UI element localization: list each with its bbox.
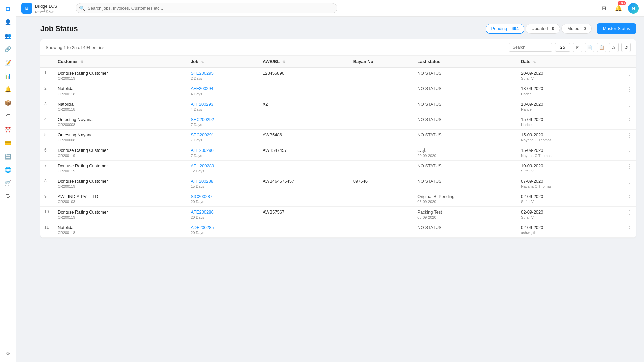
- copy-button[interactable]: ⎘: [573, 43, 582, 52]
- table-toolbar: Showing 1 to 25 of 494 entries ⎘ 📄 📋 🖨 ↺: [40, 39, 636, 56]
- action-cell: ⋮: [605, 130, 636, 145]
- col-customer[interactable]: Customer ⇅: [54, 56, 186, 68]
- customer-name: Ontesting Nayana: [58, 132, 182, 137]
- bayan-cell: [349, 222, 414, 238]
- sidebar-item-refresh[interactable]: 🔄: [2, 150, 14, 162]
- status-value: Packing Test: [417, 209, 513, 215]
- status-value: NO STATUS: [417, 117, 513, 122]
- date-value: 18-09-2020: [521, 102, 601, 107]
- customer-cell: Ontesting Nayana CR200008: [54, 130, 186, 145]
- table-row[interactable]: 11 Natblida CR200118 ADF200285 20 Days N…: [40, 222, 636, 238]
- sidebar-item-group[interactable]: 👥: [2, 29, 14, 42]
- awb-cell: [259, 161, 349, 176]
- date-cell: 20-09-2020 Sufail V: [517, 68, 605, 83]
- job-cell: SIC200287 20 Days: [186, 191, 259, 207]
- job-code: SIC200287: [191, 194, 255, 199]
- print-button[interactable]: 🖨: [609, 43, 619, 52]
- col-awb[interactable]: AWB/BL ⇅: [259, 56, 349, 68]
- more-icon[interactable]: ⋮: [627, 86, 632, 93]
- user-avatar[interactable]: N: [628, 3, 639, 14]
- grid-button[interactable]: ⊞: [598, 3, 609, 14]
- more-icon[interactable]: ⋮: [627, 71, 632, 77]
- tab-muted[interactable]: Muted - 0: [561, 24, 592, 34]
- table-row[interactable]: 5 Ontesting Nayana CR200008 SEC200291 7 …: [40, 130, 636, 145]
- global-search: 🔍: [76, 3, 337, 13]
- action-cell: ⋮: [605, 68, 636, 83]
- master-status-button[interactable]: Master Status: [597, 23, 636, 34]
- refresh-icon: 🔄: [5, 153, 11, 160]
- table-row[interactable]: 3 Natblida CR200118 AFF200293 4 Days XZ …: [40, 99, 636, 114]
- tab-updated[interactable]: Updated - 0: [526, 24, 560, 34]
- table-row[interactable]: 10 Dontuse Rating Customer CR200119 AFE2…: [40, 207, 636, 222]
- status-cell: Original Bl Pending 06-09-2020: [413, 191, 517, 207]
- sidebar-item-shield[interactable]: 🛡: [2, 190, 14, 202]
- note-icon: 📝: [5, 59, 11, 66]
- table-row[interactable]: 7 Dontuse Rating Customer CR200119 AEH20…: [40, 161, 636, 176]
- awb-value: AWB547457: [263, 148, 287, 153]
- date-value: 10-09-2020: [521, 163, 601, 168]
- job-cell: AFE200286 20 Days: [186, 207, 259, 222]
- sidebar-item-clock[interactable]: ⏰: [2, 123, 14, 135]
- more-icon[interactable]: ⋮: [627, 102, 632, 108]
- status-cell: NO STATUS: [413, 222, 517, 238]
- customer-name: Dontuse Rating Customer: [58, 71, 182, 76]
- shield-icon: 🛡: [5, 193, 11, 199]
- status-cell: NO STATUS: [413, 83, 517, 99]
- col-date[interactable]: Date ⇅: [517, 56, 605, 68]
- refresh-table-button[interactable]: ↺: [621, 43, 631, 52]
- table-search-input[interactable]: [509, 43, 552, 52]
- row-num: 8: [40, 176, 54, 191]
- more-icon[interactable]: ⋮: [627, 132, 632, 139]
- user-value: Harice: [521, 92, 601, 96]
- more-icon[interactable]: ⋮: [627, 179, 632, 185]
- customer-name: Dontuse Rating Customer: [58, 179, 182, 184]
- more-icon[interactable]: ⋮: [627, 225, 632, 231]
- table-row[interactable]: 8 Dontuse Rating Customer CR200119 AFF20…: [40, 176, 636, 191]
- table-row[interactable]: 2 Natblida CR200118 AFF200294 4 Days NO …: [40, 83, 636, 99]
- sidebar-item-dashboard[interactable]: ⊞: [2, 3, 14, 15]
- excel-button[interactable]: 📋: [597, 43, 606, 52]
- sidebar-item-cart[interactable]: 🛒: [2, 177, 14, 189]
- sidebar-item-tag[interactable]: 🏷: [2, 110, 14, 122]
- sidebar-item-box[interactable]: 📦: [2, 97, 14, 109]
- sidebar-item-alert[interactable]: 🔔: [2, 83, 14, 95]
- more-icon[interactable]: ⋮: [627, 209, 632, 216]
- date-cell: 18-09-2020 Harice: [517, 99, 605, 114]
- job-days: 20 Days: [191, 215, 255, 219]
- logo-area: B Bridge LCS بريدج لسيس: [21, 3, 72, 14]
- sidebar-item-person[interactable]: 👤: [2, 16, 14, 28]
- sidebar-item-globe[interactable]: 🌐: [2, 164, 14, 176]
- customer-name: AWL INDIA PVT LTD: [58, 194, 182, 199]
- sidebar-item-chart[interactable]: 📊: [2, 70, 14, 82]
- tab-pending[interactable]: Pending - 494: [486, 24, 525, 34]
- sidebar-item-network[interactable]: 🔗: [2, 43, 14, 55]
- job-code: SFE200295: [191, 71, 255, 76]
- more-icon[interactable]: ⋮: [627, 163, 632, 170]
- col-job[interactable]: Job ⇅: [186, 56, 259, 68]
- table-row[interactable]: 1 Dontuse Rating Customer CR200119 SFE20…: [40, 68, 636, 83]
- csv-button[interactable]: 📄: [585, 43, 594, 52]
- bayan-cell: [349, 68, 414, 83]
- status-value: بايات: [417, 148, 513, 153]
- sidebar-item-card[interactable]: 💳: [2, 137, 14, 149]
- table-row[interactable]: 4 Ontesting Nayana CR200008 SEC200292 7 …: [40, 114, 636, 130]
- col-bayan[interactable]: Bayan No: [349, 56, 414, 68]
- per-page-input[interactable]: [555, 43, 570, 52]
- logo-text: Bridge LCS بريدج لسيس: [35, 4, 57, 13]
- bayan-cell: [349, 130, 414, 145]
- notification-button[interactable]: 🔔 183: [613, 3, 624, 14]
- more-icon[interactable]: ⋮: [627, 148, 632, 154]
- app-subtitle: بريدج لسيس: [35, 9, 57, 13]
- more-icon[interactable]: ⋮: [627, 117, 632, 123]
- table-row[interactable]: 9 AWL INDIA PVT LTD CR200103 SIC200287 2…: [40, 191, 636, 207]
- sidebar-item-settings[interactable]: ⚙: [2, 347, 14, 359]
- job-code: AFE200286: [191, 209, 255, 215]
- more-icon[interactable]: ⋮: [627, 194, 632, 200]
- job-code: ADF200285: [191, 225, 255, 230]
- search-input[interactable]: [76, 3, 337, 13]
- col-status[interactable]: Last status: [413, 56, 517, 68]
- sidebar-item-note[interactable]: 📝: [2, 56, 14, 68]
- expand-icon: ⛶: [586, 5, 592, 11]
- expand-button[interactable]: ⛶: [584, 3, 594, 14]
- table-row[interactable]: 6 Dontuse Rating Customer CR200119 AFE20…: [40, 145, 636, 161]
